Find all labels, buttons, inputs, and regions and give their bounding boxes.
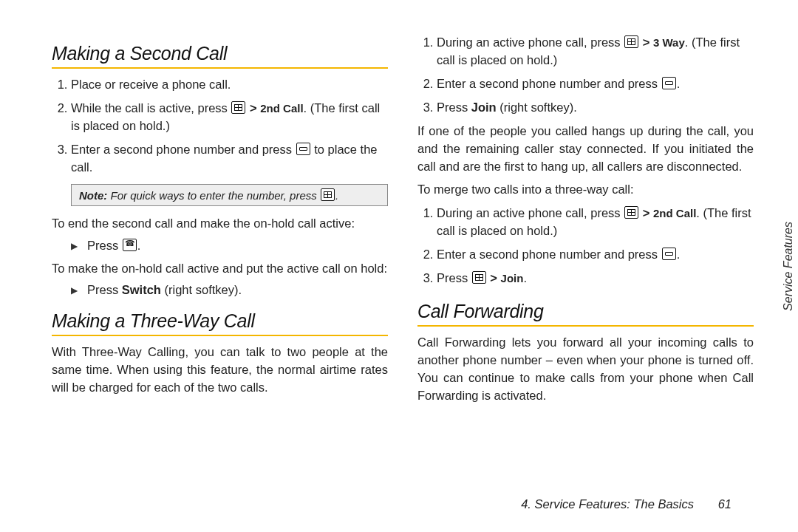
text: . bbox=[677, 248, 681, 261]
call-key-icon bbox=[662, 77, 676, 89]
note-text: For quick ways to enter the number, pres… bbox=[107, 189, 320, 202]
footer-section-title: 4. Service Features: The Basics bbox=[521, 497, 694, 511]
menu-join: Join bbox=[501, 272, 524, 284]
text: Press bbox=[87, 239, 122, 252]
paragraph: To make the on-hold call active and put … bbox=[52, 260, 388, 278]
text: (right softkey). bbox=[161, 283, 242, 296]
text: Press bbox=[437, 100, 471, 114]
steps-second-call: Place or receive a phone call. While the… bbox=[52, 76, 388, 177]
bullet-item: Press Switch (right softkey). bbox=[71, 283, 388, 297]
menu-key-icon bbox=[231, 101, 245, 114]
menu-2nd-call: 2nd Call bbox=[653, 207, 696, 219]
step-3: Press > Join. bbox=[437, 270, 754, 287]
softkey-join: Join bbox=[471, 100, 497, 114]
call-key-icon bbox=[662, 248, 676, 260]
step-2: Enter a second phone number and press . bbox=[437, 246, 754, 264]
paragraph: To end the second call and make the on-h… bbox=[52, 215, 388, 233]
paragraph: If one of the people you called hangs up… bbox=[417, 123, 754, 176]
step-2: While the call is active, press > 2nd Ca… bbox=[71, 100, 388, 135]
softkey-switch: Switch bbox=[122, 283, 161, 296]
menu-key-icon bbox=[472, 271, 486, 284]
text: . bbox=[677, 77, 681, 90]
paragraph: To merge two calls into a three-way call… bbox=[417, 181, 754, 199]
text: Enter a second phone number and press bbox=[71, 143, 296, 156]
text: . bbox=[523, 271, 527, 284]
page-number: 61 bbox=[718, 497, 732, 511]
heading-second-call: Making a Second Call bbox=[52, 43, 388, 64]
step-2: Enter a second phone number and press . bbox=[437, 75, 754, 93]
step-3: Enter a second phone number and press to… bbox=[71, 141, 388, 177]
heading-three-way: Making a Three-Way Call bbox=[52, 310, 388, 332]
gt-symbol: > bbox=[250, 101, 257, 115]
two-column-layout: Making a Second Call Place or receive a … bbox=[52, 30, 754, 411]
menu-2nd-call: 2nd Call bbox=[260, 102, 303, 115]
step-1: Place or receive a phone call. bbox=[71, 76, 388, 94]
bullet-item: Press . bbox=[71, 239, 388, 253]
end-key-icon bbox=[123, 239, 137, 251]
bullet-list: Press Switch (right softkey). bbox=[52, 283, 388, 297]
gt-symbol: > bbox=[643, 206, 650, 219]
text: During an active phone call, press bbox=[437, 206, 624, 219]
heading-rule bbox=[52, 67, 388, 69]
steps-three-way: During an active phone call, press > 3 W… bbox=[417, 34, 754, 117]
text: During an active phone call, press bbox=[437, 35, 624, 49]
call-key-icon bbox=[296, 143, 310, 155]
manual-page: Making a Second Call Place or receive a … bbox=[0, 0, 798, 532]
heading-rule bbox=[417, 325, 754, 327]
menu-key-icon bbox=[624, 206, 638, 219]
menu-3way: 3 Way bbox=[653, 36, 685, 49]
text: Press bbox=[87, 283, 122, 296]
text: . bbox=[137, 239, 141, 252]
left-column: Making a Second Call Place or receive a … bbox=[52, 30, 388, 411]
menu-key-icon bbox=[321, 188, 335, 201]
steps-merge: During an active phone call, press > 2nd… bbox=[417, 205, 754, 287]
text: While the call is active, press bbox=[71, 101, 231, 115]
heading-rule bbox=[52, 335, 388, 336]
gt-symbol: > bbox=[643, 35, 650, 49]
page-footer: 4. Service Features: The Basics 61 bbox=[521, 497, 732, 511]
text: (right softkey). bbox=[497, 100, 577, 114]
step-1: During an active phone call, press > 3 W… bbox=[437, 34, 754, 69]
text: Enter a second phone number and press bbox=[437, 248, 661, 261]
step-3: Press Join (right softkey). bbox=[437, 99, 754, 117]
text: Enter a second phone number and press bbox=[437, 77, 661, 90]
menu-key-icon bbox=[624, 35, 638, 48]
gt-symbol: > bbox=[490, 271, 497, 284]
heading-call-forwarding: Call Forwarding bbox=[417, 301, 754, 322]
paragraph: Call Forwarding lets you forward all you… bbox=[417, 334, 754, 405]
note-label: Note: bbox=[79, 189, 107, 202]
note-box: Note: For quick ways to enter the number… bbox=[71, 184, 388, 206]
paragraph: With Three-Way Calling, you can talk to … bbox=[52, 344, 388, 397]
step-1: During an active phone call, press > 2nd… bbox=[437, 205, 754, 240]
bullet-list: Press . bbox=[52, 239, 388, 253]
side-tab-label: Service Features bbox=[782, 222, 795, 311]
right-column: During an active phone call, press > 3 W… bbox=[417, 30, 754, 411]
text: Press bbox=[437, 271, 471, 284]
